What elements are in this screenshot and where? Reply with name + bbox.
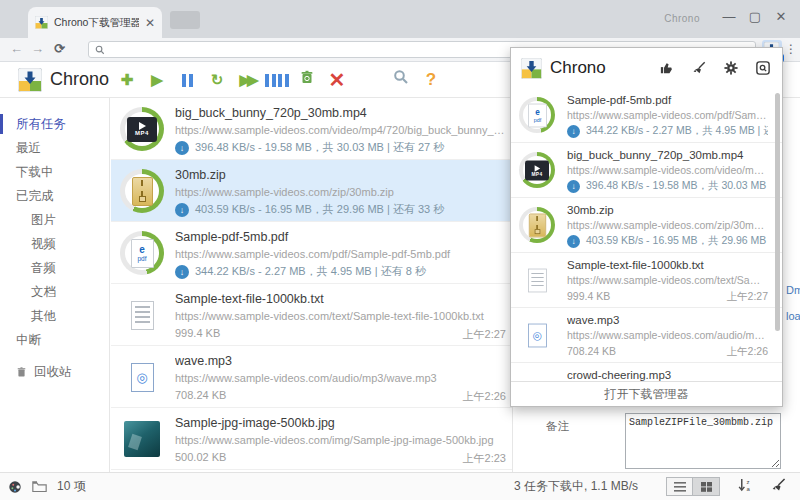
image-thumbnail: [124, 421, 160, 457]
grid-view-toggle[interactable]: [693, 477, 720, 496]
downloading-icon: ↓: [175, 141, 189, 155]
browser-tab[interactable]: Chrono下载管理器 ✕: [28, 7, 162, 38]
thumbs-up-icon: [660, 61, 674, 75]
download-meta: 708.24 KB上午2:26: [567, 345, 768, 359]
popup-row-txt[interactable]: Sample-text-file-1000kb.txt https://www.…: [511, 253, 782, 308]
download-row-zip[interactable]: 30mb.zip https://www.sample-videos.com/z…: [111, 160, 512, 222]
retry-button[interactable]: ↻: [202, 62, 232, 98]
downloading-icon: ↓: [567, 125, 580, 138]
detail-link-fragment[interactable]: Dm: [786, 284, 800, 296]
sidebar-item-documents[interactable]: 文档: [0, 280, 109, 304]
pdf-file-icon: epdf: [528, 103, 547, 127]
download-title: big_buck_bunny_720p_30mb.mp4: [175, 106, 506, 120]
window-maximize-button[interactable]: ▢: [746, 9, 764, 24]
delete-button[interactable]: ✕: [322, 62, 352, 98]
sidebar-item-recent[interactable]: 最近: [0, 136, 109, 160]
like-button[interactable]: [660, 61, 674, 75]
download-status: ↓396.48 KB/s - 19.58 MB，共 30.03 MB | 还有 …: [175, 140, 506, 155]
search-tasks-button[interactable]: [386, 62, 416, 98]
grid-view-icon: [701, 482, 712, 492]
download-status: ↓403.59 KB/s - 16.95 MB，共 29.96 MB | 还有 …: [567, 234, 768, 248]
mp4-file-icon: MP4: [127, 117, 157, 142]
sidebar-item-all-tasks[interactable]: 所有任务: [0, 112, 109, 136]
sidebar-item-audio[interactable]: 音频: [0, 256, 109, 280]
palette-icon[interactable]: [8, 480, 22, 494]
tab-close-icon[interactable]: ✕: [145, 16, 155, 30]
sidebar-item-recycle-bin[interactable]: 回收站: [0, 360, 109, 384]
download-status-summary: 3 任务下载中, 1.1 MB/s: [514, 478, 638, 495]
back-button[interactable]: ←: [10, 41, 23, 56]
add-task-button[interactable]: ✚: [112, 62, 142, 98]
download-url: https://www.sample-videos.com/text/Sampl…: [567, 274, 768, 286]
browser-menu-icon[interactable]: ⋮: [785, 42, 797, 56]
popup-row-mp3[interactable]: ◎ wave.mp3 https://www.sample-videos.com…: [511, 308, 782, 363]
sidebar-item-others[interactable]: 其他: [0, 304, 109, 328]
download-url: https://www.sample-videos.com/pdf/Sample…: [567, 109, 768, 121]
audio-file-icon: ◎: [131, 363, 154, 392]
move-to-trash-button[interactable]: [292, 62, 322, 98]
detail-link-fragment[interactable]: loa: [786, 310, 800, 322]
popup-row-mp4[interactable]: MP4 big_buck_bunny_720p_30mb.mp4 https:/…: [511, 143, 782, 198]
zip-file-icon: [132, 177, 153, 206]
download-title: Sample-pdf-5mb.pdf: [567, 94, 768, 106]
search-icon: [95, 45, 105, 55]
download-url: https://www.sample-videos.com/audio/mp3/…: [567, 329, 768, 341]
new-tab-button[interactable]: [170, 11, 200, 29]
popup-row-zip[interactable]: 30mb.zip https://www.sample-videos.com/z…: [511, 198, 782, 253]
sort-icon: za: [738, 478, 753, 492]
download-title: wave.mp3: [175, 354, 506, 368]
download-row-mp3[interactable]: ◎ wave.mp3 https://www.sample-videos.com…: [111, 346, 512, 408]
pause-button[interactable]: [172, 62, 202, 98]
popup-scrollbar[interactable]: [775, 93, 780, 331]
gear-icon: [724, 61, 738, 75]
download-row-jpg[interactable]: Sample-jpg-image-500kb.jpg https://www.s…: [111, 408, 512, 470]
popup-row-crowd-cheering[interactable]: crowd-cheering.mp3: [511, 363, 782, 382]
download-status: ↓396.48 KB/s - 19.58 MB，共 30.03 MB | 还有 …: [567, 179, 768, 193]
list-view-icon: [674, 482, 686, 492]
sidebar-item-completed[interactable]: 已完成: [0, 184, 109, 208]
pause-all-button[interactable]: [262, 62, 292, 98]
help-button[interactable]: ?: [416, 62, 446, 98]
window-title: Chrono: [664, 13, 700, 24]
download-url: https://www.sample-videos.com/pdf/Sample…: [175, 248, 506, 260]
download-url: https://www.sample-videos.com/zip/30mb.z…: [567, 219, 768, 231]
sidebar-item-images[interactable]: 图片: [0, 208, 109, 232]
tab-title: Chrono下载管理器: [54, 16, 139, 30]
svg-text:z: z: [746, 479, 749, 485]
settings-button[interactable]: [724, 61, 738, 75]
folder-icon[interactable]: [32, 480, 47, 493]
sidebar-item-downloading[interactable]: 下载中: [0, 160, 109, 184]
sniffer-button[interactable]: [756, 61, 770, 75]
download-url: https://www.sample-videos.com/zip/30mb.z…: [175, 186, 506, 198]
download-row-mp4[interactable]: MP4 big_buck_bunny_720p_30mb.mp4 https:/…: [111, 98, 512, 160]
sidebar-item-videos[interactable]: 视频: [0, 232, 109, 256]
download-title: Sample-text-file-1000kb.txt: [567, 259, 768, 271]
sort-button[interactable]: za: [738, 478, 753, 495]
resume-all-button[interactable]: ▶▶: [232, 62, 262, 98]
clear-button[interactable]: [771, 478, 786, 495]
broom-icon: [692, 61, 706, 75]
list-view-toggle[interactable]: [666, 477, 693, 496]
popup-row-pdf[interactable]: epdf Sample-pdf-5mb.pdf https://www.samp…: [511, 88, 782, 143]
download-title: Sample-text-file-1000kb.txt: [175, 292, 506, 306]
downloading-icon: ↓: [567, 180, 580, 193]
downloading-icon: ↓: [567, 235, 580, 248]
clear-button[interactable]: [692, 61, 706, 75]
download-url: https://www.sample-videos.com/audio/mp3/…: [175, 372, 506, 384]
forward-button[interactable]: →: [31, 41, 44, 56]
download-title: 30mb.zip: [175, 168, 506, 182]
download-title: crowd-cheering.mp3: [567, 369, 768, 381]
note-textarea[interactable]: SampleZIPFile_30mbmb.zip: [625, 413, 781, 469]
resume-button[interactable]: ▶: [142, 62, 172, 98]
window-close-button[interactable]: ✕: [772, 9, 790, 24]
reload-button[interactable]: ⟳: [54, 41, 65, 56]
open-download-manager-button[interactable]: 打开下载管理器: [511, 381, 782, 406]
app-title: Chrono: [50, 69, 109, 90]
download-row-pdf[interactable]: epdf Sample-pdf-5mb.pdf https://www.samp…: [111, 222, 512, 284]
items-count: 10 项: [57, 478, 86, 495]
svg-text:a: a: [746, 486, 750, 492]
trash-icon: [299, 69, 315, 85]
download-row-txt[interactable]: Sample-text-file-1000kb.txt https://www.…: [111, 284, 512, 346]
window-minimize-button[interactable]: —: [720, 9, 738, 24]
sidebar-item-interrupted[interactable]: 中断: [0, 328, 109, 352]
